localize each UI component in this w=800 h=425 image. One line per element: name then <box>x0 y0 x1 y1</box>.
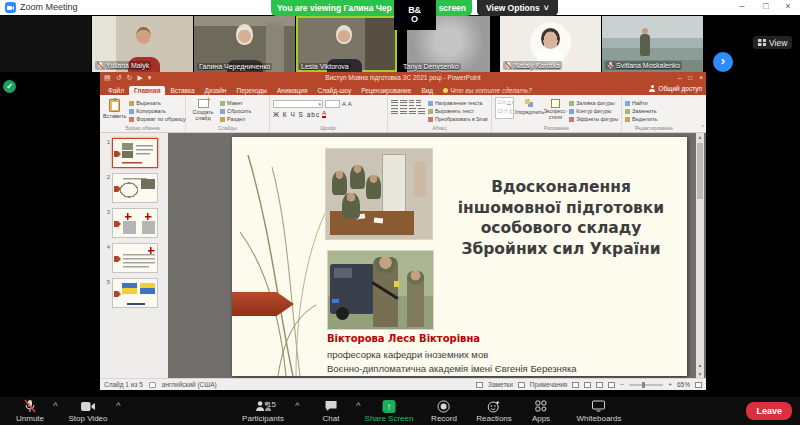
find-button[interactable]: Найти <box>625 100 657 106</box>
align-text-button[interactable]: Выровнять текст <box>428 108 488 114</box>
minimize-button[interactable]: – <box>732 1 752 11</box>
shape-outline-button[interactable]: Контур фигуры <box>569 108 618 114</box>
language-indicator[interactable]: английский (США) <box>162 381 217 388</box>
screen-share-banner: You are viewing Галина Чер B& O screen V… <box>271 0 558 16</box>
font-color-button[interactable]: А <box>322 110 326 118</box>
fit-slide-icon[interactable] <box>695 382 702 388</box>
select-button[interactable]: Выделить <box>625 116 657 122</box>
new-slide-button[interactable]: Создать слайд <box>189 97 217 124</box>
shape-outline-icon <box>569 109 574 114</box>
reactions-button[interactable]: Reactions <box>476 399 512 423</box>
scroll-up-icon[interactable]: ▲ <box>696 134 704 140</box>
editor-scrollbar[interactable]: ▲ ▲ ▼ <box>696 133 704 378</box>
layout-button[interactable]: Макет <box>220 100 251 106</box>
text-direction-button[interactable]: Направление текста <box>428 100 488 106</box>
quick-styles-button[interactable]: Экспресс-стили <box>544 97 566 124</box>
zoom-slider[interactable] <box>629 384 663 386</box>
next-page-arrow-button[interactable]: › <box>713 52 733 72</box>
notes-icon[interactable] <box>476 382 483 388</box>
cut-button[interactable]: Вырезать <box>129 100 185 106</box>
zoom-out-button[interactable]: − <box>620 381 624 388</box>
tab-view[interactable]: Вид <box>416 86 438 95</box>
replace-label: Заменить <box>632 108 657 114</box>
muted-mic-icon <box>97 61 104 70</box>
prev-slide-icon[interactable]: ▲ <box>696 362 704 368</box>
slide-thumbnail-1[interactable] <box>112 138 158 168</box>
tab-animations[interactable]: Анимация <box>272 86 313 95</box>
unmute-button[interactable]: Unmute <box>16 399 44 423</box>
slide-sorter-view-icon[interactable] <box>584 382 591 388</box>
comments-icon[interactable] <box>518 382 525 388</box>
ppt-share-button[interactable]: Общий доступ <box>649 85 702 92</box>
video-tile[interactable]: Yuliana Malyk <box>92 16 193 72</box>
smartart-button[interactable]: Преобразовать в SmartArt <box>428 116 488 122</box>
close-button[interactable]: × <box>778 1 798 11</box>
maximize-button[interactable]: □ <box>756 1 776 11</box>
arrange-button[interactable]: Упорядочить <box>517 97 541 124</box>
font-name-select[interactable]: ▾ <box>273 100 323 108</box>
ppt-minimize-button[interactable]: – <box>678 72 682 84</box>
tab-insert[interactable]: Вставка <box>165 86 199 95</box>
spellcheck-icon[interactable] <box>149 382 156 388</box>
video-tile[interactable]: Svitlana Moskalenko <box>602 16 703 72</box>
view-options-button[interactable]: View Options ˅ <box>477 0 558 16</box>
tab-file[interactable]: Файл <box>103 86 129 95</box>
replace-button[interactable]: Заменить <box>625 108 657 114</box>
next-slide-icon[interactable]: ▼ <box>696 371 704 377</box>
video-tile-active-speaker[interactable]: Lesia Viktorova <box>296 16 397 72</box>
share-screen-button[interactable]: ↑ Share Screen <box>365 399 414 423</box>
chat-button[interactable]: Chat <box>323 399 340 423</box>
section-icon <box>220 117 225 122</box>
apps-button[interactable]: Apps <box>532 399 550 423</box>
ppt-close-button[interactable]: × <box>699 72 703 84</box>
video-tile[interactable]: Галина Чередниченко <box>194 16 295 72</box>
reading-view-icon[interactable] <box>596 382 603 388</box>
shape-fill-button[interactable]: Заливка фигуры <box>569 100 618 106</box>
font-style-buttons[interactable]: Ж К Ч S abc <box>273 111 320 118</box>
tab-home[interactable]: Главная <box>129 86 165 95</box>
slide-thumbnail-4[interactable] <box>112 243 158 273</box>
stop-video-button[interactable]: Stop Video <box>69 399 108 423</box>
tab-review[interactable]: Рецензирование <box>356 86 416 95</box>
slideshow-view-icon[interactable] <box>608 382 615 388</box>
align-buttons[interactable] <box>391 108 425 114</box>
slide-canvas[interactable]: Вдосконалення іншомовної підготовки особ… <box>232 137 687 376</box>
participants-button[interactable]: 15 Participants <box>242 399 284 423</box>
font-size-select[interactable] <box>325 100 340 108</box>
zoom-percentage[interactable]: 65% <box>677 381 690 388</box>
record-button[interactable]: Record <box>431 399 457 423</box>
normal-view-icon[interactable] <box>572 382 579 388</box>
tab-transitions[interactable]: Переходы <box>231 86 272 95</box>
unmute-caret[interactable]: ^ <box>53 401 58 410</box>
shapes-gallery[interactable]: □○△▭ ⬠☆() <box>495 97 514 119</box>
reset-button[interactable]: Сбросить <box>220 108 251 114</box>
view-button[interactable]: View <box>753 36 792 49</box>
collapse-ribbon-icon[interactable]: ^ <box>701 124 704 130</box>
tab-slideshow[interactable]: Слайд-шоу <box>312 86 356 95</box>
chat-caret[interactable]: ^ <box>356 401 361 410</box>
select-label: Выделить <box>632 116 657 122</box>
participants-caret[interactable]: ^ <box>295 401 300 410</box>
shape-effects-button[interactable]: Эффекты фигуры <box>569 116 618 122</box>
ppt-restore-button[interactable]: □ <box>688 72 692 84</box>
notes-button[interactable]: Заметки <box>488 381 513 388</box>
format-painter-button[interactable]: Формат по образцу <box>129 116 185 122</box>
leave-button[interactable]: Leave <box>746 402 792 420</box>
list-buttons[interactable] <box>391 100 425 106</box>
tab-design[interactable]: Дизайн <box>200 86 232 95</box>
slide-thumbnail-3[interactable] <box>112 208 158 238</box>
zoom-in-button[interactable]: + <box>668 381 672 388</box>
stop-video-caret[interactable]: ^ <box>116 401 121 410</box>
section-button[interactable]: Раздел <box>220 116 251 122</box>
slide-thumbnail-2[interactable] <box>112 173 158 203</box>
scrollbar-thumb[interactable] <box>697 143 703 199</box>
comments-button[interactable]: Примечания <box>530 381 568 388</box>
slide-thumbnail-5[interactable] <box>112 278 158 308</box>
copy-button[interactable]: Копировать <box>129 108 185 114</box>
whiteboards-button[interactable]: Whiteboards <box>577 399 622 423</box>
video-tile-empty[interactable] <box>0 16 91 72</box>
grow-shrink-font-buttons[interactable]: А А <box>342 101 352 107</box>
video-tile[interactable]: Nataly Korotka <box>500 16 601 72</box>
tell-me-box[interactable]: Что вы хотите сделать? <box>438 86 537 95</box>
paste-button[interactable]: Вставить <box>103 97 126 124</box>
